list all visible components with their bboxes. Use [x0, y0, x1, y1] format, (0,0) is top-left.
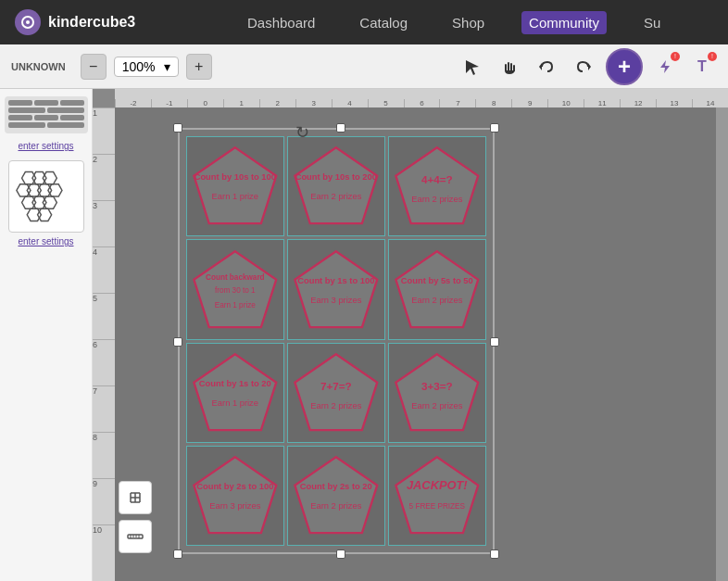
- shape-group-1: [5, 96, 88, 133]
- handle-bl[interactable]: [173, 549, 182, 559]
- svg-marker-21: [37, 208, 51, 221]
- hex-cluster: [8, 160, 84, 233]
- logo-icon: [15, 9, 41, 35]
- zoom-value: 100%: [122, 59, 156, 74]
- svg-marker-8: [588, 63, 591, 70]
- add-button[interactable]: +: [606, 48, 643, 85]
- svg-marker-11: [31, 172, 45, 184]
- ruler-tool-button[interactable]: [119, 520, 152, 553]
- svg-point-1: [26, 20, 30, 24]
- nav-community[interactable]: Community: [521, 11, 607, 34]
- svg-marker-13: [16, 184, 30, 196]
- zoom-dropdown-icon: ▾: [164, 59, 170, 74]
- handle-ml[interactable]: [173, 337, 182, 347]
- logo: kindercube3: [15, 9, 135, 35]
- nav-links: Dashboard Catalog Shop Community Su: [195, 11, 713, 34]
- ruler-top: -2 -1 0 1 2 3 4 5 6 7 8 9 10 11 12 13 14: [115, 89, 728, 107]
- bottom-tools: [119, 481, 152, 553]
- svg-marker-18: [31, 196, 45, 208]
- handle-br[interactable]: [490, 549, 499, 559]
- handle-tl[interactable]: [173, 123, 182, 133]
- canvas-wrapper[interactable]: -2 -1 0 1 2 3 4 5 6 7 8 9 10 11 12 13 14…: [93, 89, 728, 581]
- logo-text: kindercube3: [48, 14, 135, 31]
- selection-border: [178, 128, 495, 554]
- zoom-out-button[interactable]: −: [81, 54, 107, 80]
- zoom-in-button[interactable]: +: [186, 54, 212, 80]
- svg-marker-19: [43, 196, 56, 208]
- right-scroll-panel[interactable]: [715, 107, 728, 581]
- grid-tool-button[interactable]: [119, 481, 152, 514]
- zoom-selector[interactable]: 100% ▾: [114, 57, 179, 77]
- ruler-left: 1 2 3 4 5 6 7 8 9 10: [93, 107, 115, 581]
- lightning-button[interactable]: !: [650, 52, 680, 82]
- svg-rect-65: [128, 535, 143, 538]
- toolbar-right: + ! T !: [458, 48, 717, 85]
- svg-marker-7: [539, 63, 542, 70]
- nav-su[interactable]: Su: [636, 11, 668, 34]
- add-icon: +: [618, 56, 631, 78]
- enter-settings-1[interactable]: enter settings: [18, 141, 73, 151]
- canvas-content[interactable]: ↻ Count by 10s to 100 Earn 1 prize: [115, 107, 728, 581]
- undo-button[interactable]: [532, 52, 561, 82]
- svg-marker-12: [43, 172, 56, 184]
- handle-tr[interactable]: [490, 123, 499, 133]
- rotate-handle[interactable]: ↻: [295, 122, 309, 143]
- svg-marker-10: [21, 172, 35, 184]
- handle-bm[interactable]: [336, 549, 345, 559]
- nav-catalog[interactable]: Catalog: [352, 11, 415, 34]
- nav-shop[interactable]: Shop: [445, 11, 492, 34]
- top-navigation: kindercube3 Dashboard Catalog Shop Commu…: [0, 0, 728, 44]
- nav-dashboard[interactable]: Dashboard: [240, 11, 322, 34]
- text-tool-button[interactable]: T !: [687, 52, 717, 82]
- svg-rect-3: [505, 64, 507, 71]
- svg-rect-5: [510, 63, 512, 71]
- svg-rect-4: [508, 62, 509, 71]
- left-sidebar: enter settings enter s: [0, 89, 93, 581]
- select-tool-button[interactable]: [458, 52, 487, 82]
- svg-marker-20: [27, 208, 41, 221]
- handle-mr[interactable]: [490, 337, 499, 347]
- svg-rect-6: [513, 65, 515, 71]
- svg-marker-2: [466, 60, 479, 75]
- svg-marker-16: [47, 184, 61, 196]
- toolbar: UNKNOWN − 100% ▾ + + !: [0, 44, 728, 89]
- enter-settings-2[interactable]: enter settings: [18, 236, 73, 246]
- svg-marker-15: [37, 184, 51, 196]
- unknown-label: UNKNOWN: [11, 61, 66, 72]
- svg-marker-9: [660, 60, 670, 73]
- svg-marker-17: [21, 196, 35, 208]
- svg-marker-14: [27, 184, 41, 196]
- main-area: enter settings enter s: [0, 89, 728, 581]
- pan-tool-button[interactable]: [495, 52, 524, 82]
- handle-tm[interactable]: [336, 123, 345, 133]
- redo-button[interactable]: [569, 52, 598, 82]
